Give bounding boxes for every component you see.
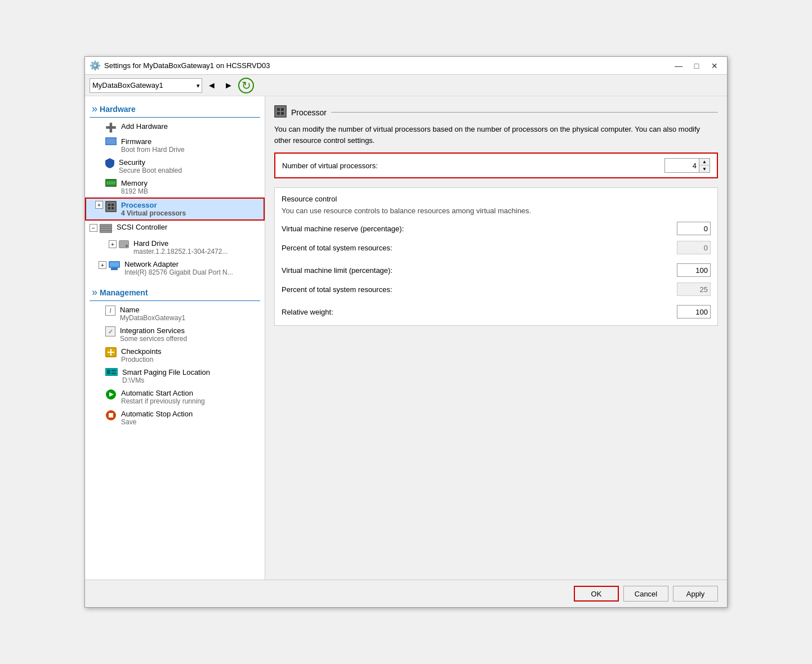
network-label: Network Adapter xyxy=(124,260,233,268)
sidebar-item-autostart[interactable]: Automatic Start Action Restart if previo… xyxy=(85,387,265,407)
resource-title: Resource control xyxy=(282,195,711,203)
hardware-divider xyxy=(90,117,260,118)
vm-limit-label: Virtual machine limit (percentage): xyxy=(282,266,677,275)
vp-input[interactable] xyxy=(665,159,699,172)
close-button[interactable]: ✕ xyxy=(707,60,722,71)
svg-rect-1 xyxy=(106,138,115,144)
processor-text: Processor 4 Virtual processors xyxy=(121,201,186,217)
maximize-button[interactable]: □ xyxy=(689,60,704,71)
checkpoints-sub: Production xyxy=(121,356,162,364)
back-button[interactable]: ◄ xyxy=(204,78,219,93)
management-section-header: » Management xyxy=(85,283,265,300)
resource-row-vm-reserve: Virtual machine reserve (percentage): xyxy=(282,222,711,235)
section-line xyxy=(331,112,718,113)
sidebar-item-integration[interactable]: ✓ Integration Services Some services off… xyxy=(85,324,265,345)
vm-select[interactable]: MyDataBoxGateway1 xyxy=(90,78,202,93)
minimize-button[interactable]: ― xyxy=(671,60,686,71)
svg-rect-11 xyxy=(111,204,114,206)
resource-control-box: Resource control You can use resource co… xyxy=(274,187,718,326)
svg-rect-24 xyxy=(111,268,118,270)
svg-rect-6 xyxy=(111,182,113,184)
name-icon: I xyxy=(105,306,115,316)
smartpaging-label: Smart Paging File Location xyxy=(122,368,210,376)
refresh-button[interactable]: ↻ xyxy=(238,78,254,93)
main-area: » Hardware ➕ Add Hardware Firmware Boot … xyxy=(85,96,727,580)
sidebar: » Hardware ➕ Add Hardware Firmware Boot … xyxy=(85,96,265,580)
svg-rect-42 xyxy=(277,112,280,115)
svg-rect-43 xyxy=(281,112,284,115)
sidebar-item-memory[interactable]: Memory 8192 MB xyxy=(85,177,265,198)
svg-point-21 xyxy=(126,245,128,247)
memory-label: Memory xyxy=(121,179,148,187)
svg-rect-9 xyxy=(106,202,115,211)
network-text: Network Adapter Intel(R) 82576 Gigabit D… xyxy=(124,260,233,276)
sidebar-item-hard-drive[interactable]: + Hard Drive master.1.2.18252.1-304-2472… xyxy=(85,237,265,258)
vp-spin-down[interactable]: ▼ xyxy=(699,165,710,172)
forward-button[interactable]: ► xyxy=(221,78,236,93)
autostop-sub: Save xyxy=(121,418,193,426)
relative-weight-input[interactable] xyxy=(677,305,711,318)
apply-button[interactable]: Apply xyxy=(673,586,718,602)
pct-system-2-label: Percent of total system resources: xyxy=(282,285,677,294)
memory-sub: 8192 MB xyxy=(121,187,148,195)
management-section-icon: » xyxy=(92,286,97,298)
relative-weight-label: Relative weight: xyxy=(282,308,677,316)
autostart-sub: Restart if previously running xyxy=(121,397,205,405)
hdd-icon xyxy=(119,240,129,250)
checkpoints-text: Checkpoints Production xyxy=(121,347,162,364)
network-expand-icon[interactable]: + xyxy=(99,261,106,269)
processor-expand-icon[interactable]: + xyxy=(95,201,103,209)
cancel-button[interactable]: Cancel xyxy=(623,586,668,602)
sidebar-item-processor[interactable]: + Processor 4 Virtual processors xyxy=(85,198,265,221)
autostop-label: Automatic Stop Action xyxy=(121,410,193,418)
sidebar-item-add-hardware[interactable]: ➕ Add Hardware xyxy=(85,120,265,135)
security-text: Security Secure Boot enabled xyxy=(119,158,182,174)
pct-system-1-label: Percent of total system resources: xyxy=(282,244,677,252)
svg-rect-5 xyxy=(109,182,110,184)
resource-row-pct-2: Percent of total system resources: xyxy=(282,282,711,296)
memory-icon xyxy=(105,179,117,189)
vm-reserve-label: Virtual machine reserve (percentage): xyxy=(282,225,677,233)
sidebar-item-smartpaging[interactable]: Smart Paging File Location D:\VMs xyxy=(85,366,265,387)
sidebar-item-firmware[interactable]: Firmware Boot from Hard Drive xyxy=(85,135,265,156)
processor-label: Processor xyxy=(121,201,186,209)
add-hardware-label: Add Hardware xyxy=(121,122,168,131)
vp-label: Number of virtual processors: xyxy=(282,161,664,170)
vm-reserve-input[interactable] xyxy=(677,222,711,235)
smartpaging-sub: D:\VMs xyxy=(122,376,210,384)
sidebar-item-name[interactable]: I Name MyDataBoxGateway1 xyxy=(85,303,265,324)
sidebar-item-security[interactable]: Security Secure Boot enabled xyxy=(85,156,265,177)
processor-icon xyxy=(105,201,117,214)
resource-desc: You can use resource controls to balance… xyxy=(282,207,711,215)
title-bar: ⚙️ Settings for MyDataBoxGateway1 on HCS… xyxy=(85,57,727,75)
management-divider xyxy=(90,300,260,301)
security-label: Security xyxy=(119,158,182,167)
processor-section-icon xyxy=(274,105,287,119)
vm-limit-input[interactable] xyxy=(677,263,711,277)
integration-icon: ✓ xyxy=(105,326,115,337)
smartpaging-icon xyxy=(105,368,118,378)
name-text: Name MyDataBoxGateway1 xyxy=(120,306,185,322)
sidebar-item-scsi[interactable]: − SCSI Controller xyxy=(85,221,265,237)
integration-label: Integration Services xyxy=(120,326,187,335)
footer: OK Cancel Apply xyxy=(85,580,727,607)
sidebar-item-checkpoints[interactable]: Checkpoints Production xyxy=(85,345,265,366)
hdd-expand-icon[interactable]: + xyxy=(109,240,117,248)
toolbar: MyDataBoxGateway1 ◄ ► ↻ xyxy=(85,75,727,96)
sidebar-item-network[interactable]: + Network Adapter Intel(R) 82576 Gigabit… xyxy=(85,258,265,279)
svg-rect-37 xyxy=(109,413,113,418)
integration-text: Integration Services Some services offer… xyxy=(120,326,187,343)
hardware-section-title: Hardware xyxy=(100,105,136,114)
autostart-icon xyxy=(105,389,117,402)
firmware-text: Firmware Boot from Hard Drive xyxy=(121,137,185,154)
add-hardware-text: Add Hardware xyxy=(121,122,168,131)
vp-row: Number of virtual processors: ▲ ▼ xyxy=(274,152,718,178)
sidebar-item-autostop[interactable]: Automatic Stop Action Save xyxy=(85,407,265,428)
svg-rect-41 xyxy=(281,108,284,111)
ok-button[interactable]: OK xyxy=(574,586,619,602)
scsi-expand-icon[interactable]: − xyxy=(90,224,97,232)
vp-spin-up[interactable]: ▲ xyxy=(699,159,710,165)
svg-rect-32 xyxy=(111,370,116,371)
content-area: Processor You can modify the number of v… xyxy=(265,96,727,580)
integration-sub: Some services offered xyxy=(120,335,187,343)
